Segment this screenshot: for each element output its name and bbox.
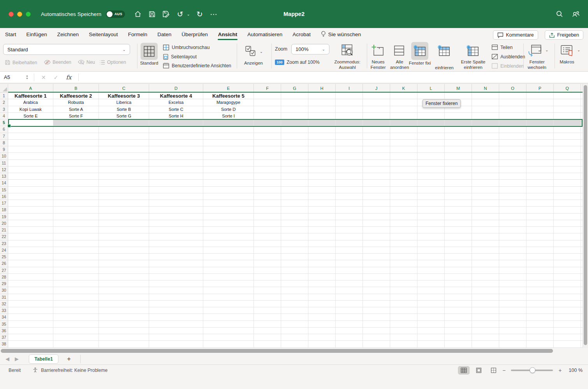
cell-M26[interactable] xyxy=(445,260,472,267)
cell-I19[interactable] xyxy=(336,214,363,220)
cell-D14[interactable] xyxy=(149,180,203,186)
cell-O13[interactable] xyxy=(499,173,526,180)
row-header-33[interactable]: 33 xyxy=(0,307,8,314)
cell-G5[interactable] xyxy=(281,119,308,126)
column-header-p[interactable]: P xyxy=(526,84,554,93)
sheet-grid[interactable]: 1Kaffeesorte 1Kaffeesorte 2Kaffeesorte 3… xyxy=(0,93,583,348)
cell-D4[interactable]: Sorte H xyxy=(149,113,203,119)
cell-O16[interactable] xyxy=(499,193,526,200)
cell-K15[interactable] xyxy=(390,187,417,193)
cell-Q17[interactable] xyxy=(554,200,581,207)
row-header-8[interactable]: 8 xyxy=(0,140,8,146)
cell-H30[interactable] xyxy=(308,287,336,294)
cell-D22[interactable] xyxy=(149,233,203,240)
row-header-17[interactable]: 17 xyxy=(0,200,8,207)
cell-O12[interactable] xyxy=(499,166,526,173)
cell-E12[interactable] xyxy=(203,166,254,173)
cell-K6[interactable] xyxy=(390,126,417,133)
cell-B2[interactable]: Robusta xyxy=(53,99,99,106)
cell-C30[interactable] xyxy=(99,287,149,294)
cell-H32[interactable] xyxy=(308,301,336,307)
row-header-29[interactable]: 29 xyxy=(0,280,8,287)
cell-N1[interactable] xyxy=(472,93,499,99)
cell-G31[interactable] xyxy=(281,294,308,301)
switch-windows-button[interactable] xyxy=(526,42,544,59)
cell-A20[interactable] xyxy=(8,220,53,227)
cell-B10[interactable] xyxy=(53,153,99,159)
cell-H21[interactable] xyxy=(308,227,336,233)
cell-I30[interactable] xyxy=(336,287,363,294)
cell-J24[interactable] xyxy=(363,247,390,254)
cell-D13[interactable] xyxy=(149,173,203,180)
cell-F29[interactable] xyxy=(254,280,281,287)
cell-G36[interactable] xyxy=(281,328,308,334)
cell-E13[interactable] xyxy=(203,173,254,180)
cell-E16[interactable] xyxy=(203,193,254,200)
cell-F31[interactable] xyxy=(254,294,281,301)
cell-P18[interactable] xyxy=(526,207,554,213)
cell-M35[interactable] xyxy=(445,321,472,328)
row-header-25[interactable]: 25 xyxy=(0,254,8,260)
cell-C26[interactable] xyxy=(99,260,149,267)
cell-D11[interactable] xyxy=(149,160,203,166)
cell-P27[interactable] xyxy=(526,267,554,274)
row-header-21[interactable]: 21 xyxy=(0,227,8,233)
cell-G2[interactable] xyxy=(281,99,308,106)
cell-A34[interactable] xyxy=(8,314,53,321)
cell-Q9[interactable] xyxy=(554,146,581,153)
save-icon[interactable] xyxy=(148,10,156,18)
tab-automatisieren[interactable]: Automatisieren xyxy=(242,28,287,41)
arrange-all-button[interactable] xyxy=(391,43,407,58)
cell-Q12[interactable] xyxy=(554,166,581,173)
cell-J6[interactable] xyxy=(363,126,390,133)
cell-N7[interactable] xyxy=(472,133,499,140)
cell-N11[interactable] xyxy=(472,160,499,166)
cell-C33[interactable] xyxy=(99,307,149,314)
cell-O7[interactable] xyxy=(499,133,526,140)
cell-P28[interactable] xyxy=(526,274,554,280)
cell-L35[interactable] xyxy=(417,321,445,328)
cell-I33[interactable] xyxy=(336,307,363,314)
cell-E25[interactable] xyxy=(203,254,254,260)
exit-sheet-view-button[interactable]: Beenden xyxy=(44,60,71,65)
cell-P6[interactable] xyxy=(526,126,554,133)
cell-P5[interactable] xyxy=(526,119,554,126)
cell-C37[interactable] xyxy=(99,334,149,341)
cell-N15[interactable] xyxy=(472,187,499,193)
cell-B31[interactable] xyxy=(53,294,99,301)
cell-B7[interactable] xyxy=(53,133,99,140)
cell-H5[interactable] xyxy=(308,119,336,126)
cell-A21[interactable] xyxy=(8,227,53,233)
cell-L9[interactable] xyxy=(417,146,445,153)
row-header-18[interactable]: 18 xyxy=(0,207,8,213)
cell-F32[interactable] xyxy=(254,301,281,307)
cell-L19[interactable] xyxy=(417,214,445,220)
cell-L22[interactable] xyxy=(417,233,445,240)
cell-F17[interactable] xyxy=(254,200,281,207)
cell-A17[interactable] xyxy=(8,200,53,207)
keep-sheet-view-button[interactable]: Beibehalten xyxy=(5,60,37,65)
cell-O3[interactable] xyxy=(499,106,526,113)
cell-Q19[interactable] xyxy=(554,214,581,220)
cell-E35[interactable] xyxy=(203,321,254,328)
confirm-entry-icon[interactable]: ✓ xyxy=(54,74,58,81)
cell-B3[interactable]: Sorte A xyxy=(53,106,99,113)
cell-P14[interactable] xyxy=(526,180,554,186)
cell-Q11[interactable] xyxy=(554,160,581,166)
row-header-22[interactable]: 22 xyxy=(0,233,8,240)
cell-Q29[interactable] xyxy=(554,280,581,287)
cell-I21[interactable] xyxy=(336,227,363,233)
row-header-37[interactable]: 37 xyxy=(0,334,8,341)
cell-D20[interactable] xyxy=(149,220,203,227)
freeze-first-column-button[interactable] xyxy=(464,42,481,60)
cancel-entry-icon[interactable]: ✕ xyxy=(41,74,46,81)
cell-L26[interactable] xyxy=(417,260,445,267)
cell-D21[interactable] xyxy=(149,227,203,233)
cell-H9[interactable] xyxy=(308,146,336,153)
cell-A16[interactable] xyxy=(8,193,53,200)
vertical-scrollbar[interactable] xyxy=(583,84,588,348)
cell-G29[interactable] xyxy=(281,280,308,287)
cell-F20[interactable] xyxy=(254,220,281,227)
undo-icon[interactable]: ↺ xyxy=(176,10,184,18)
row-header-10[interactable]: 10 xyxy=(0,153,8,159)
